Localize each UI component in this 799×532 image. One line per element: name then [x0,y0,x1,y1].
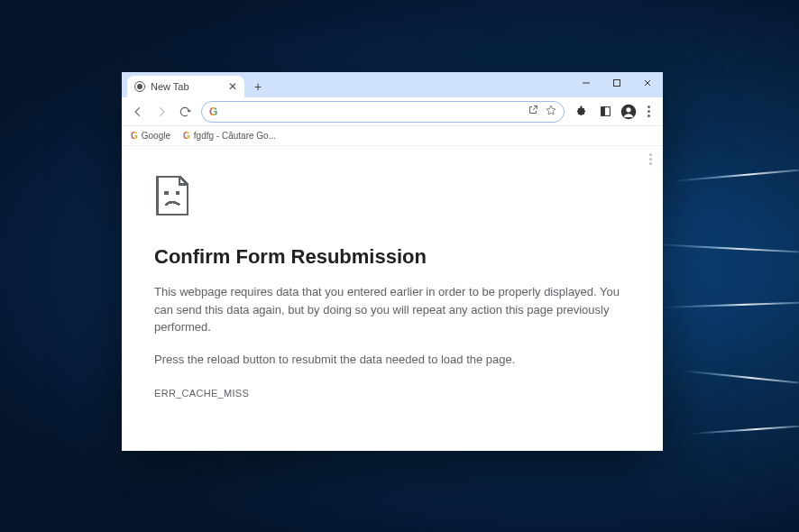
svg-rect-8 [164,191,168,195]
titlebar: New Tab ✕ + [122,72,663,97]
bookmarks-bar: G Google G fgdfg - Căutare Go... [122,126,663,146]
tab-close-button[interactable]: ✕ [228,80,237,93]
page-content: Confirm Form Resubmission This webpage r… [122,146,663,451]
page-menu-button[interactable] [649,153,652,165]
toolbar: G [122,97,663,126]
bookmark-item[interactable]: G Google [131,131,170,141]
google-favicon-icon: G [131,131,138,141]
chrome-window: New Tab ✕ + G [122,72,663,451]
svg-point-7 [626,107,630,112]
address-bar[interactable]: G [201,101,565,123]
maximize-button[interactable] [602,72,632,94]
new-tab-button[interactable]: + [248,77,268,96]
minimize-button[interactable] [571,72,602,94]
error-title: Confirm Form Resubmission [154,245,630,269]
wallpaper-beam [691,426,799,435]
error-code: ERR_CACHE_MISS [154,388,630,399]
forward-button[interactable] [151,101,172,123]
svg-rect-9 [176,191,179,195]
svg-rect-1 [614,80,620,87]
wallpaper-beam [673,170,799,182]
share-icon[interactable] [528,105,538,118]
tab-title: New Tab [151,81,223,92]
browser-tab[interactable]: New Tab ✕ [127,76,244,97]
reload-button[interactable] [174,101,196,123]
svg-rect-5 [601,107,604,116]
window-controls [571,72,663,94]
google-g-icon: G [209,105,217,118]
bookmark-label: fgdfg - Căutare Go... [194,131,276,141]
bookmark-star-icon[interactable] [546,105,556,118]
wallpaper-beam [655,243,799,252]
google-favicon-icon: G [183,131,190,141]
extensions-icon[interactable] [574,104,590,120]
error-body-1: This webpage requires data that you ente… [154,283,623,336]
chrome-menu-button[interactable] [644,105,654,117]
panel-icon[interactable] [597,104,613,120]
profile-avatar[interactable] [620,104,637,120]
url-input[interactable] [223,105,522,118]
bookmark-item[interactable]: G fgdfg - Căutare Go... [183,131,276,141]
wallpaper-beam [682,370,798,384]
wallpaper-beam [664,302,799,308]
error-body-2: Press the reload button to resubmit the … [154,351,630,369]
close-window-button[interactable] [632,72,663,94]
extension-area [570,104,657,120]
tab-favicon [134,81,145,92]
back-button[interactable] [127,101,149,123]
sad-page-icon [154,173,630,222]
bookmark-label: Google [142,131,170,141]
